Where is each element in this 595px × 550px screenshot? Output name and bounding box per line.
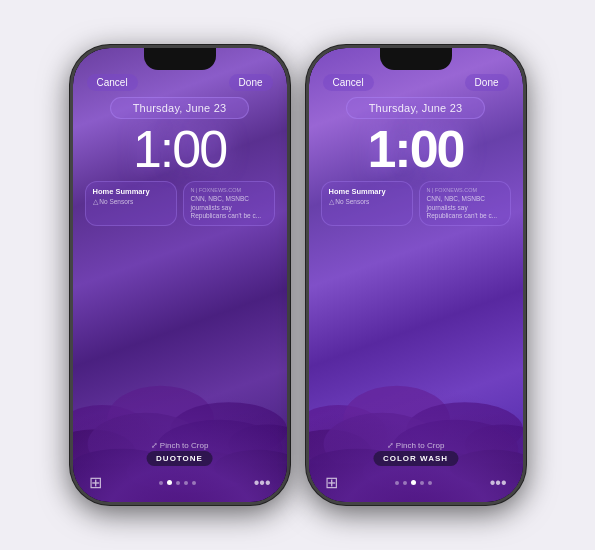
gallery-icon-right[interactable]: ⊞ <box>325 473 338 492</box>
phone-ui-right: Cancel Done Thursday, June 23 1:00 Home … <box>309 48 523 502</box>
cancel-button-left[interactable]: Cancel <box>87 74 138 91</box>
notch-left <box>144 48 216 70</box>
filter-badge-left: DUOTONE <box>146 451 213 466</box>
widget-news-line1-left: CNN, NBC, MSNBC <box>191 195 267 203</box>
time-display-right: 1:00 <box>367 123 463 175</box>
pinch-label-right: ⤢ Pinch to Crop <box>387 441 445 450</box>
widget-news-line2-right: journalists say <box>427 204 503 212</box>
dots-left <box>159 480 196 485</box>
phone-right-wrapper: Cancel Done Thursday, June 23 1:00 Home … <box>306 45 526 505</box>
widget-news-source-left: N | FOXNEWS.COM <box>191 187 267 194</box>
dot-5-right <box>428 481 432 485</box>
widget-news-line2-left: journalists say <box>191 204 267 212</box>
date-pill-right: Thursday, June 23 <box>346 97 486 119</box>
page-container: Cancel Done Thursday, June 23 1:00 Home … <box>0 0 595 550</box>
dot-1-left <box>159 481 163 485</box>
widget-news-right: N | FOXNEWS.COM CNN, NBC, MSNBC journali… <box>419 181 511 226</box>
date-pill-left: Thursday, June 23 <box>110 97 250 119</box>
widget-news-line3-right: Republicans can't be c... <box>427 212 503 220</box>
phone-left-frame: Cancel Done Thursday, June 23 1:00 Home … <box>70 45 290 505</box>
widget-news-source-right: N | FOXNEWS.COM <box>427 187 503 194</box>
dots-right <box>395 480 432 485</box>
bottom-bar-right: ⊞ ••• <box>309 473 523 492</box>
phone-ui-left: Cancel Done Thursday, June 23 1:00 Home … <box>73 48 287 502</box>
widget-home-left: Home Summary △ No Sensors <box>85 181 177 226</box>
widget-home-title-right: Home Summary <box>329 187 405 197</box>
top-bar-right: Cancel Done <box>309 74 523 91</box>
more-icon-left[interactable]: ••• <box>254 474 271 492</box>
notch-right <box>380 48 452 70</box>
dot-4-right <box>420 481 424 485</box>
widget-row-left: Home Summary △ No Sensors N | FOXNEWS.CO… <box>85 181 275 226</box>
widget-home-sub-left: △ No Sensors <box>93 198 169 206</box>
pinch-label-left: ⤢ Pinch to Crop <box>151 441 209 450</box>
cancel-button-right[interactable]: Cancel <box>323 74 374 91</box>
time-display-left: 1:00 <box>133 123 226 175</box>
widget-news-line3-left: Republicans can't be c... <box>191 212 267 220</box>
dot-3-left <box>176 481 180 485</box>
widget-home-right: Home Summary △ No Sensors <box>321 181 413 226</box>
filter-badge-right: COLOR WASH <box>373 451 458 466</box>
top-bar-left: Cancel Done <box>73 74 287 91</box>
dot-3-right <box>411 480 416 485</box>
phone-left-wrapper: Cancel Done Thursday, June 23 1:00 Home … <box>70 45 290 505</box>
widget-home-title-left: Home Summary <box>93 187 169 197</box>
widget-home-sub-right: △ No Sensors <box>329 198 405 206</box>
done-button-right[interactable]: Done <box>465 74 509 91</box>
dot-2-left <box>167 480 172 485</box>
widget-news-line1-right: CNN, NBC, MSNBC <box>427 195 503 203</box>
done-button-left[interactable]: Done <box>229 74 273 91</box>
dot-2-right <box>403 481 407 485</box>
phone-right-frame: Cancel Done Thursday, June 23 1:00 Home … <box>306 45 526 505</box>
dot-1-right <box>395 481 399 485</box>
widget-news-left: N | FOXNEWS.COM CNN, NBC, MSNBC journali… <box>183 181 275 226</box>
bottom-bar-left: ⊞ ••• <box>73 473 287 492</box>
gallery-icon-left[interactable]: ⊞ <box>89 473 102 492</box>
dot-4-left <box>184 481 188 485</box>
dot-5-left <box>192 481 196 485</box>
widget-row-right: Home Summary △ No Sensors N | FOXNEWS.CO… <box>321 181 511 226</box>
more-icon-right[interactable]: ••• <box>490 474 507 492</box>
